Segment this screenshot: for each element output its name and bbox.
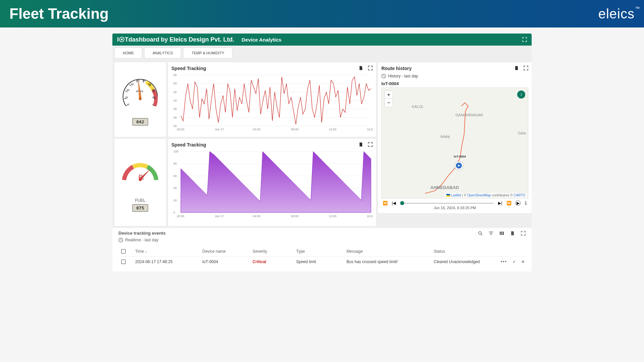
search-icon[interactable] [478, 231, 483, 236]
svg-text:30: 30 [173, 116, 177, 119]
fuel-chart-title: Speed Tracking [171, 142, 373, 147]
map[interactable]: + − i KALOL GANDHINAGAR Adalaj AHMEDABAD… [381, 87, 528, 198]
cell-status: Cleared Unacknowledged [434, 259, 501, 264]
svg-text:35: 35 [173, 107, 177, 111]
table-header: Time ↓ Device name Severity Type Message… [118, 246, 526, 256]
cell-message: Bus has crossed speed limit! [346, 259, 434, 264]
svg-text:45: 45 [173, 90, 177, 94]
svg-text:55: 55 [173, 73, 177, 77]
ack-icon[interactable]: ✓ [513, 259, 516, 264]
svg-marker-44 [139, 167, 152, 180]
svg-text:12:00: 12:00 [329, 128, 337, 131]
svg-text:20: 20 [173, 199, 177, 202]
svg-text:Jun 17: Jun 17 [215, 215, 224, 218]
map-marker-label: IoT-0004 [454, 155, 466, 158]
map-city-adalaj: Adalaj [440, 135, 450, 138]
col-severity[interactable]: Severity [253, 249, 296, 254]
svg-point-64 [479, 232, 481, 234]
export-icon[interactable] [514, 66, 519, 70]
map-attribution: 🇺🇦 Leaflet | © OpenStreetMap contributor… [445, 193, 527, 197]
svg-rect-68 [503, 232, 504, 235]
col-status[interactable]: Status [434, 249, 501, 254]
rewind-button[interactable]: ⏪ [383, 201, 387, 205]
svg-text:70: 70 [152, 88, 154, 92]
svg-text:Jun 17: Jun 17 [215, 128, 224, 131]
col-device[interactable]: Device name [202, 249, 253, 254]
route-polyline [382, 88, 528, 198]
svg-text:50: 50 [142, 79, 145, 82]
svg-text:08:00: 08:00 [291, 128, 299, 131]
events-title: Device tracking events [118, 231, 166, 236]
svg-point-45 [139, 179, 141, 181]
svg-text:10: 10 [125, 96, 128, 99]
map-city-ahmedabad: AHMEDABAD [430, 185, 459, 190]
speed-chart-card: Speed Tracking 25303540455055 20:00Jun 1… [168, 62, 376, 137]
prev-button[interactable]: |◀ [391, 201, 396, 205]
speed-gauge-card: 010 2030 4050 6070 80 SPEED 042 [114, 62, 166, 137]
tab-home[interactable]: HOME [114, 48, 142, 58]
route-history-card: Route history History - last day IoT-000… [378, 62, 532, 213]
history-range[interactable]: History - last day [381, 74, 528, 78]
expand-icon[interactable] [368, 142, 373, 147]
svg-text:0: 0 [128, 103, 129, 106]
speed-lcd: 042 [132, 118, 148, 126]
cell-severity: Critical [253, 259, 296, 264]
select-all-checkbox[interactable] [121, 249, 126, 254]
svg-text:80: 80 [152, 96, 155, 99]
speed-chart-title: Speed Tracking [171, 66, 373, 71]
svg-text:30: 30 [131, 83, 133, 86]
col-type[interactable]: Type [296, 249, 346, 254]
next-button[interactable]: ▶| [498, 201, 502, 205]
carto-link[interactable]: CARTO [514, 193, 525, 197]
filter-icon[interactable] [489, 231, 493, 236]
svg-text:25: 25 [173, 124, 177, 128]
fullscreen-icon[interactable] [522, 37, 527, 42]
timeline-slider[interactable] [400, 203, 494, 204]
svg-line-65 [481, 234, 482, 235]
more-icon[interactable]: ••• [501, 259, 507, 264]
leaflet-link[interactable]: Leaflet [451, 193, 461, 197]
export-icon[interactable] [359, 142, 363, 147]
realtime-range[interactable]: Realtime - last day [118, 238, 526, 242]
export-icon[interactable] [359, 66, 363, 70]
fastforward-button[interactable]: ⏩ [506, 201, 511, 205]
svg-text:0: 0 [173, 211, 175, 214]
app-header: I⦿Tdashboard by Eleics Design Pvt. Ltd. … [112, 34, 532, 46]
svg-text:12:00: 12:00 [329, 215, 337, 218]
expand-icon[interactable] [368, 66, 373, 70]
fuel-chart-card: Speed Tracking 020406080100 20:00Jun 170… [168, 139, 376, 226]
tabs: HOME ANALYTICS TEMP & HUMIDITY [112, 46, 532, 60]
map-city-gandhinagar: GANDHINAGAR [455, 113, 483, 117]
brand-logo: eleics [598, 6, 635, 21]
export-icon[interactable] [510, 231, 515, 236]
svg-text:08:00: 08:00 [291, 215, 299, 218]
fuel-lcd: 075 [132, 204, 148, 212]
osm-link[interactable]: OpenStreetMap [467, 193, 491, 197]
svg-rect-67 [501, 232, 502, 235]
fuel-gauge-card: ⛽ FUEL 075 [114, 139, 166, 226]
col-time[interactable]: Time ↓ [135, 249, 202, 254]
svg-marker-20 [139, 81, 142, 99]
cell-type: Speed limit [296, 259, 346, 264]
play-button[interactable]: ▶ [515, 200, 521, 206]
route-device-id: IoT-0004 [381, 81, 528, 86]
fuel-label: FUEL [135, 198, 146, 203]
top-banner: Fleet Tracking eleics [0, 0, 644, 27]
svg-text:40: 40 [173, 186, 177, 190]
tab-analytics[interactable]: ANALYTICS [144, 48, 181, 58]
expand-icon[interactable] [521, 231, 526, 236]
svg-text:04:00: 04:00 [253, 215, 261, 218]
svg-text:60: 60 [173, 174, 177, 178]
row-checkbox[interactable] [121, 259, 126, 264]
svg-text:20: 20 [126, 88, 129, 92]
table-row[interactable]: 2024-06-17 17:48:25 IoT-0004 Critical Sp… [118, 256, 526, 267]
map-city-dahe: Dahe [518, 131, 526, 135]
col-message[interactable]: Message [346, 249, 434, 254]
dismiss-icon[interactable]: ✕ [521, 259, 525, 264]
svg-text:04:00: 04:00 [253, 128, 261, 131]
columns-icon[interactable] [499, 231, 504, 236]
expand-icon[interactable] [524, 66, 528, 70]
tab-temp-humidity[interactable]: TEMP & HUMIDITY [183, 48, 232, 58]
page-title: Fleet Tracking [9, 5, 109, 22]
map-marker[interactable] [455, 162, 463, 170]
